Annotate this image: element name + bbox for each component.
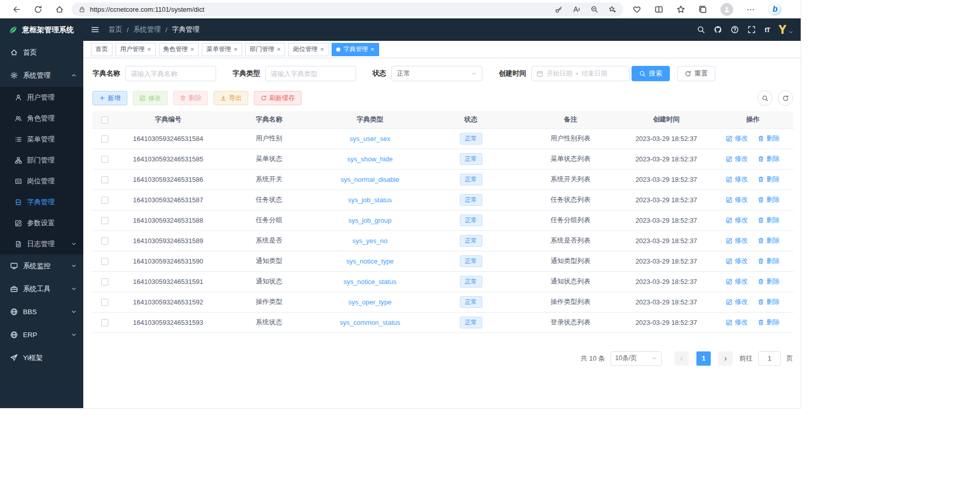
sidebar-item-dept-mgmt[interactable]: 部门管理 <box>0 150 83 171</box>
github-link[interactable] <box>714 26 722 34</box>
tab-dept-mgmt[interactable]: 部门管理× <box>245 43 286 56</box>
zoom-out-icon[interactable] <box>591 6 598 13</box>
user-avatar-menu[interactable]: Y <box>779 23 794 36</box>
row-checkbox[interactable] <box>101 319 108 326</box>
row-delete-link[interactable]: 删除 <box>758 175 780 184</box>
split-screen-button[interactable] <box>655 5 663 14</box>
sidebar-item-log-mgmt[interactable]: 日志管理 <box>0 233 83 254</box>
browser-refresh-button[interactable] <box>29 2 47 17</box>
tab-close-icon[interactable]: × <box>234 46 238 53</box>
row-edit-link[interactable]: 修改 <box>726 297 748 306</box>
row-delete-link[interactable]: 删除 <box>758 256 780 266</box>
collections-button[interactable] <box>698 5 707 14</box>
sidebar-item-erp[interactable]: ERP <box>0 323 83 346</box>
row-checkbox[interactable] <box>101 156 108 163</box>
sidebar-item-dict-mgmt[interactable]: 字典管理 <box>0 192 83 212</box>
row-edit-link[interactable]: 修改 <box>726 216 748 225</box>
toggle-search-button[interactable] <box>757 90 773 106</box>
browser-essentials-button[interactable] <box>633 5 641 14</box>
sidebar-toggle-button[interactable] <box>90 25 100 34</box>
delete-button[interactable]: 删除 <box>173 91 208 105</box>
export-button[interactable]: 导出 <box>214 91 248 105</box>
browser-home-button[interactable] <box>50 2 68 17</box>
dict-type-input[interactable] <box>265 66 356 81</box>
row-checkbox[interactable] <box>101 258 108 265</box>
row-checkbox[interactable] <box>101 299 108 306</box>
row-delete-link[interactable]: 删除 <box>758 154 780 163</box>
sidebar-item-param-settings[interactable]: 参数设置 <box>0 212 83 233</box>
next-page-button[interactable]: › <box>718 351 733 366</box>
add-favorite-icon[interactable] <box>609 6 616 13</box>
row-edit-link[interactable]: 修改 <box>726 236 748 245</box>
prev-page-button[interactable]: ‹ <box>674 351 689 366</box>
page-size-select[interactable]: 10条/页 <box>611 351 662 366</box>
browser-back-button[interactable] <box>7 2 26 17</box>
dict-type-link[interactable]: sys_notice_type <box>346 257 393 265</box>
row-checkbox[interactable] <box>101 197 108 204</box>
tab-close-icon[interactable]: × <box>277 46 281 53</box>
tab-dict-mgmt[interactable]: 字典管理× <box>332 43 379 56</box>
row-edit-link[interactable]: 修改 <box>726 154 748 163</box>
fullscreen-button[interactable] <box>748 26 756 34</box>
row-checkbox[interactable] <box>101 176 108 183</box>
tab-user-mgmt[interactable]: 用户管理× <box>115 43 156 56</box>
sidebar-item-bbs[interactable]: BBS <box>0 300 83 323</box>
dict-name-input[interactable] <box>125 66 216 81</box>
tab-close-icon[interactable]: × <box>191 46 195 53</box>
breadcrumb-home[interactable]: 首页 <box>108 25 122 34</box>
row-checkbox[interactable] <box>101 237 108 245</box>
tab-menu-mgmt[interactable]: 菜单管理× <box>202 43 242 56</box>
sidebar-item-system-tools[interactable]: 系统工具 <box>0 277 83 300</box>
breadcrumb-system-mgmt[interactable]: 系统管理 <box>133 25 161 34</box>
dict-type-link[interactable]: sys_job_group <box>348 217 392 224</box>
row-delete-link[interactable]: 删除 <box>758 216 780 225</box>
row-delete-link[interactable]: 删除 <box>758 195 780 204</box>
sidebar-item-post-mgmt[interactable]: 岗位管理 <box>0 171 83 192</box>
goto-page-input[interactable] <box>758 351 781 366</box>
dict-type-link[interactable]: sys_normal_disable <box>341 176 400 183</box>
edit-button[interactable]: 修改 <box>133 91 168 105</box>
sidebar-item-home[interactable]: 首页 <box>0 41 83 64</box>
row-delete-link[interactable]: 删除 <box>758 277 780 286</box>
sidebar-item-yi-framework[interactable]: Yi框架 <box>0 346 83 369</box>
sidebar-item-user-mgmt[interactable]: 用户管理 <box>0 87 83 108</box>
row-delete-link[interactable]: 删除 <box>758 134 780 143</box>
sidebar-item-system-mgmt[interactable]: 系统管理 <box>0 64 83 87</box>
dict-type-link[interactable]: sys_yes_no <box>353 237 388 245</box>
address-bar[interactable]: https://ccnetcore.com:1101/system/dict <box>72 3 623 16</box>
refresh-table-button[interactable] <box>778 90 793 106</box>
row-edit-link[interactable]: 修改 <box>726 277 748 286</box>
date-range-picker[interactable]: 开始日期 - 结束日期 <box>531 66 629 81</box>
favorites-button[interactable] <box>676 5 685 14</box>
password-key-icon[interactable] <box>555 6 563 13</box>
reset-button[interactable]: 重置 <box>677 66 715 81</box>
sidebar-item-system-monitor[interactable]: 系统监控 <box>0 254 83 277</box>
dict-type-link[interactable]: sys_user_sex <box>349 135 390 142</box>
row-edit-link[interactable]: 修改 <box>726 175 748 184</box>
tab-close-icon[interactable]: × <box>147 46 151 53</box>
dict-type-link[interactable]: sys_common_status <box>340 319 401 326</box>
browser-profile-avatar[interactable] <box>720 3 733 16</box>
browser-menu-button[interactable]: ⋯ <box>746 5 755 14</box>
dict-type-link[interactable]: sys_show_hide <box>347 155 393 163</box>
sidebar-item-role-mgmt[interactable]: 角色管理 <box>0 108 83 129</box>
row-delete-link[interactable]: 删除 <box>758 318 780 327</box>
row-checkbox[interactable] <box>101 135 108 142</box>
refresh-cache-button[interactable]: 刷新缓存 <box>254 91 301 105</box>
bing-copilot-button[interactable]: b <box>768 3 782 16</box>
tab-role-mgmt[interactable]: 角色管理× <box>159 43 199 56</box>
read-aloud-icon[interactable] <box>573 6 580 13</box>
tab-close-icon[interactable]: × <box>370 46 375 53</box>
add-button[interactable]: 新增 <box>92 91 127 105</box>
row-delete-link[interactable]: 删除 <box>758 236 780 245</box>
font-size-button[interactable]: tT <box>764 26 769 34</box>
row-edit-link[interactable]: 修改 <box>726 134 748 143</box>
page-number-button[interactable]: 1 <box>696 351 711 366</box>
dict-type-link[interactable]: sys_oper_type <box>348 298 392 306</box>
sidebar-item-menu-mgmt[interactable]: 菜单管理 <box>0 129 83 150</box>
row-delete-link[interactable]: 删除 <box>758 297 780 306</box>
tab-post-mgmt[interactable]: 岗位管理× <box>288 43 329 56</box>
header-search-button[interactable] <box>697 26 705 34</box>
search-button[interactable]: 搜索 <box>632 66 670 81</box>
tab-close-icon[interactable]: × <box>320 46 324 53</box>
